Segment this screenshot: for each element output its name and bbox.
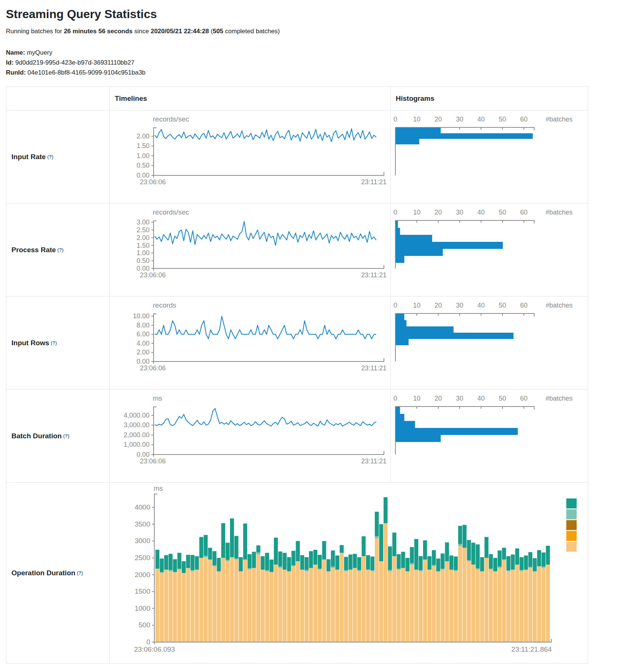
input-rate-label-cell: Input Rate(?) [6, 110, 110, 203]
help-icon[interactable]: (?) [77, 570, 83, 576]
svg-text:30: 30 [456, 395, 463, 402]
query-id-row: Id: 9d0dd219-995d-423e-b97d-36931110bb27 [6, 58, 625, 68]
svg-text:0.50: 0.50 [137, 162, 150, 169]
svg-text:3.00: 3.00 [137, 219, 150, 226]
svg-text:0: 0 [394, 209, 397, 216]
svg-text:23:11:21: 23:11:21 [361, 364, 387, 372]
operation-duration-label-cell: Operation Duration(?) [6, 483, 110, 663]
streaming-query-statistics-page: Streaming Query Statistics Running batch… [0, 0, 625, 672]
completed-suffix: completed batches) [223, 28, 280, 35]
svg-text:60: 60 [520, 116, 528, 123]
svg-text:20: 20 [435, 209, 442, 216]
input-rows-label-cell: Input Rows(?) [6, 296, 110, 389]
svg-text:500: 500 [138, 621, 150, 629]
help-icon[interactable]: (?) [47, 154, 54, 160]
svg-text:30: 30 [456, 302, 463, 309]
process-rate-timeline-cell: records/sec0.000.501.001.502.002.503.002… [110, 203, 391, 296]
svg-text:4000: 4000 [135, 503, 150, 511]
svg-text:0: 0 [146, 638, 150, 646]
svg-text:0.00: 0.00 [137, 451, 150, 458]
input-rows-timeline-chart: records0.002.004.006.008.0010.0023:06:06… [110, 296, 390, 388]
runid-value: 04e101e6-8bf8-4165-9099-9104c951ba3b [28, 69, 146, 76]
svg-text:4,000.00: 4,000.00 [124, 412, 150, 419]
since-infix: since [133, 28, 151, 35]
svg-text:records/sec: records/sec [153, 208, 189, 216]
svg-text:23:11:21.864: 23:11:21.864 [511, 645, 552, 653]
svg-text:60: 60 [520, 302, 528, 309]
svg-text:50: 50 [499, 302, 506, 309]
completed-count: 505 [213, 28, 223, 35]
metric-header-cell [6, 87, 110, 110]
batch-duration-label: Batch Duration [11, 432, 62, 440]
metric-row-input-rate: Input Rate(?)records/sec0.000.501.001.50… [6, 110, 588, 203]
process-rate-label: Process Rate [11, 246, 56, 254]
metric-row-input-rows: Input Rows(?)records0.002.004.006.008.00… [6, 296, 588, 390]
help-icon[interactable]: (?) [51, 340, 57, 346]
svg-text:40: 40 [477, 116, 485, 123]
running-batches-summary: Running batches for 26 minutes 56 second… [6, 28, 625, 35]
legend-swatch [566, 520, 577, 530]
input-rows-label: Input Rows [11, 339, 49, 347]
svg-text:2,000.00: 2,000.00 [124, 431, 150, 439]
svg-text:#batches: #batches [546, 302, 573, 309]
svg-text:50: 50 [499, 209, 506, 216]
svg-text:1.50: 1.50 [137, 142, 150, 150]
svg-text:records/sec: records/sec [153, 115, 189, 123]
svg-text:#batches: #batches [546, 116, 573, 123]
operation-duration-legend [566, 498, 577, 552]
legend-swatch [566, 498, 577, 508]
name-value: myQuery [27, 49, 52, 56]
input-rate-timeline-chart: records/sec0.000.501.001.502.0023:06:062… [110, 110, 390, 202]
help-icon[interactable]: (?) [57, 247, 63, 253]
svg-text:1000: 1000 [135, 604, 150, 612]
open-paren: ( [209, 28, 213, 35]
svg-text:23:11:21: 23:11:21 [361, 178, 387, 186]
running-prefix: Running batches for [6, 28, 64, 35]
input-rows-timeline-cell: records0.002.004.006.008.0010.0023:06:06… [110, 296, 391, 389]
help-icon[interactable]: (?) [63, 433, 69, 439]
legend-swatch [566, 509, 577, 519]
svg-text:1.00: 1.00 [137, 249, 150, 257]
stats-table: Timelines Histograms Input Rate(?)record… [6, 86, 588, 664]
svg-text:1,000.00: 1,000.00 [124, 441, 150, 448]
query-meta: Name: myQuery Id: 9d0dd219-995d-423e-b97… [6, 48, 625, 78]
svg-text:2000: 2000 [135, 571, 150, 579]
svg-text:10: 10 [413, 116, 420, 123]
start-time: 2020/05/21 22:44:28 [151, 28, 209, 35]
batch-duration-histogram-chart: 0102030405060#batches [391, 390, 587, 481]
svg-text:8.00: 8.00 [137, 322, 150, 329]
svg-text:40: 40 [477, 395, 485, 402]
svg-text:30: 30 [456, 209, 463, 216]
svg-text:40: 40 [477, 209, 485, 216]
svg-text:0.50: 0.50 [137, 257, 150, 264]
svg-text:40: 40 [477, 302, 485, 309]
svg-text:1.50: 1.50 [137, 242, 150, 249]
svg-text:3500: 3500 [135, 520, 150, 528]
svg-text:1500: 1500 [135, 587, 150, 595]
svg-text:23:06:06: 23:06:06 [140, 271, 166, 279]
input-rows-histogram-cell: 0102030405060#batches [391, 296, 588, 389]
batch-duration-timeline-chart: ms0.001,000.002,000.003,000.004,000.0023… [110, 390, 390, 481]
svg-text:3000: 3000 [135, 537, 150, 545]
svg-text:2.00: 2.00 [137, 133, 150, 140]
svg-text:2.50: 2.50 [137, 226, 150, 234]
metric-row-batch-duration: Batch Duration(?)ms0.001,000.002,000.003… [6, 390, 588, 483]
svg-text:23:06:06: 23:06:06 [140, 178, 166, 186]
svg-text:10.00: 10.00 [133, 312, 150, 320]
svg-text:60: 60 [520, 395, 528, 402]
svg-text:20: 20 [435, 116, 442, 123]
svg-text:ms: ms [154, 484, 163, 492]
svg-text:0.00: 0.00 [137, 265, 150, 272]
timelines-header: Timelines [110, 87, 391, 110]
svg-text:20: 20 [435, 395, 442, 402]
svg-text:0: 0 [394, 302, 397, 309]
svg-text:23:06:06: 23:06:06 [140, 457, 166, 465]
batch-duration-timeline-cell: ms0.001,000.002,000.003,000.004,000.0023… [110, 390, 391, 482]
svg-text:0.00: 0.00 [137, 358, 150, 365]
id-value: 9d0dd219-995d-423e-b97d-36931110bb27 [16, 59, 135, 66]
input-rate-histogram-chart: 0102030405060#batches [391, 110, 587, 202]
svg-text:#batches: #batches [546, 395, 573, 402]
process-rate-histogram-chart: 0102030405060#batches [391, 203, 587, 295]
operation-duration-chart: ms0500100015002000250030003500400023:06:… [110, 483, 587, 663]
input-rows-histogram-chart: 0102030405060#batches [391, 296, 587, 388]
